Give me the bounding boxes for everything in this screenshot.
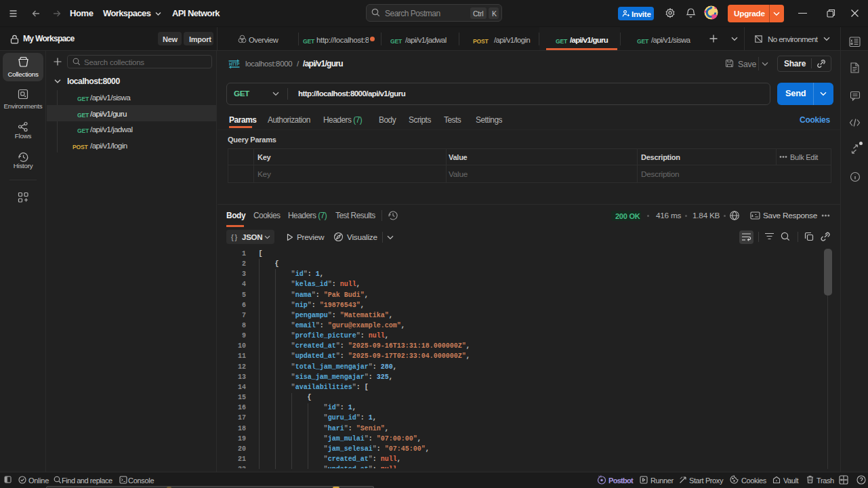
svg-text:HTTP: HTTP xyxy=(229,62,240,66)
